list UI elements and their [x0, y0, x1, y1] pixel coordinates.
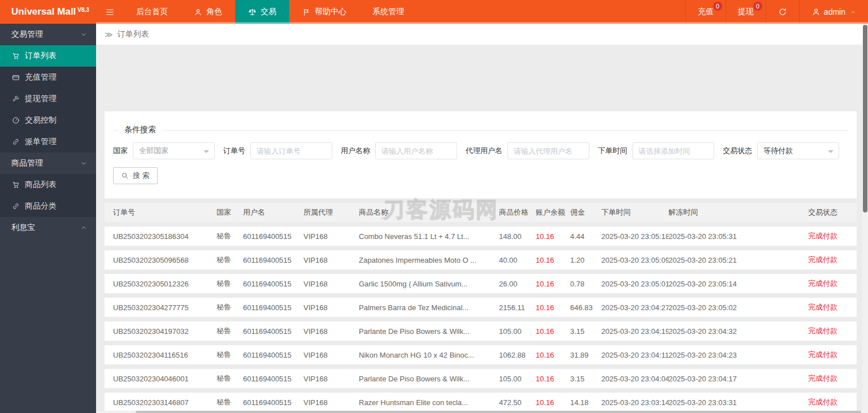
nav-item-home[interactable]: 后台首页	[123, 0, 181, 24]
table-cell: 2025-03-20 23:05:31	[669, 227, 808, 246]
table-cell: 2025-03-20 23:04:32	[669, 321, 808, 341]
nav-item-label: 角色	[206, 7, 222, 17]
filter-input-order-no[interactable]	[250, 142, 332, 159]
table-row: UB2503202305096568秘鲁601169400515VIP168Za…	[105, 250, 857, 269]
table-cell: 完成付款	[808, 345, 857, 364]
table-cell: 3.15	[570, 369, 601, 388]
column-header: 国家	[216, 203, 243, 222]
trade-icon	[248, 8, 257, 16]
link-icon	[12, 138, 20, 146]
filter-input-username[interactable]	[375, 142, 457, 159]
table-cell: 秘鲁	[216, 345, 243, 364]
table-cell: 1062.88	[499, 345, 536, 364]
table-cell: Zapatones Impermeables Moto O ...	[359, 250, 499, 269]
table-cell: 10.16	[536, 345, 570, 364]
sidebar-item-recharge-management[interactable]: 充值管理	[0, 67, 96, 88]
table-header-row: 订单号国家用户名所属代理商品名称商品价格账户余额佣金下单时间解冻时间交易状态	[105, 203, 857, 222]
table-cell: UB2503202304277775	[105, 298, 216, 317]
vertical-scrollbar-thumb[interactable]	[863, 25, 867, 212]
order-table: 订单号国家用户名所属代理商品名称商品价格账户余额佣金下单时间解冻时间交易状态 U…	[105, 198, 857, 413]
horizontal-scrollbar[interactable]	[96, 411, 862, 413]
table-cell: UB2503202304197032	[105, 321, 216, 341]
sidebar-item-withdraw-management[interactable]: 提现管理	[0, 88, 96, 110]
table-cell: 26.00	[499, 274, 536, 293]
app-logo[interactable]: Universal Mall V8.3	[0, 0, 96, 24]
table-cell: 2025-03-20 23:03:14	[601, 393, 669, 412]
filter-label-country: 国家	[113, 146, 128, 156]
column-header: 解冻时间	[669, 203, 808, 222]
table-cell: 2025-03-20 23:05:01	[601, 274, 669, 293]
filter-input-order-time[interactable]	[632, 142, 714, 159]
withdraw-label: 提现	[738, 7, 754, 17]
sidebar-toggle[interactable]	[96, 0, 123, 24]
nav-item-help[interactable]: 帮助中心	[289, 0, 359, 24]
filter-select-country[interactable]: 全部国家	[133, 142, 215, 159]
top-header: Universal Mall V8.3 后台首页角色交易帮助中心系统管理 充值 …	[0, 0, 868, 24]
column-header: 商品名称	[359, 203, 499, 222]
table-row: UB2503202305186304秘鲁601169400515VIP168Co…	[105, 227, 857, 246]
filter-group-username: 用户名称	[341, 142, 457, 159]
table-cell: 10.16	[536, 393, 570, 412]
table-cell: 601169400515	[243, 321, 303, 341]
table-cell: UB2503202303146807	[105, 393, 216, 412]
withdraw-button[interactable]: 提现 0	[726, 0, 766, 24]
chevron-up-icon	[80, 224, 87, 231]
table-cell: 105.00	[499, 321, 536, 341]
sidebar-item-product-list[interactable]: 商品列表	[0, 174, 96, 195]
table-cell: 601169400515	[243, 345, 303, 364]
nav-item-roles[interactable]: 角色	[181, 0, 235, 24]
sidebar-group-interest-treasure[interactable]: 利息宝	[0, 217, 96, 238]
dropdown-arrow-icon	[203, 150, 209, 153]
table-cell: 1.20	[570, 250, 601, 269]
nav-item-trade[interactable]: 交易	[235, 0, 289, 24]
table-cell: 601169400515	[243, 393, 303, 412]
table-cell: Garlic 1500mg ( Allium Sativum...	[359, 274, 499, 293]
sidebar-group-trade-management[interactable]: 交易管理	[0, 24, 96, 45]
table-cell: 秘鲁	[216, 274, 243, 293]
recharge-button[interactable]: 充值 0	[685, 0, 726, 24]
table-cell: 秘鲁	[216, 369, 243, 388]
table-cell: 0.78	[570, 274, 601, 293]
filter-select-trade-state[interactable]: 等待付款	[757, 142, 839, 159]
vertical-scrollbar[interactable]	[862, 24, 868, 413]
sidebar-item-order-list[interactable]: 订单列表	[0, 45, 96, 67]
sidebar-item-trade-control[interactable]: 交易控制	[0, 110, 96, 131]
table-cell: Combo Neveras 51.1 Lt + 4.7 Lt...	[359, 227, 499, 246]
table-cell: 646.83	[570, 298, 601, 317]
filter-label-order-no: 订单号	[223, 146, 245, 156]
app-title: Universal Mall	[11, 6, 76, 18]
user-menu[interactable]: admin	[799, 0, 868, 24]
table-row: UB2503202305012326秘鲁601169400515VIP168Ga…	[105, 274, 857, 293]
sidebar-item-product-category[interactable]: 商品分类	[0, 195, 96, 217]
table-cell: UB2503202304046001	[105, 369, 216, 388]
user-avatar-icon	[811, 7, 821, 16]
refresh-button[interactable]	[766, 0, 799, 24]
column-header: 交易状态	[808, 203, 857, 222]
breadcrumb: ≫ 订单列表	[96, 24, 868, 45]
table-cell: 2025-03-20 23:04:23	[669, 345, 808, 364]
table-cell: 10.16	[536, 250, 570, 269]
table-cell: 601169400515	[243, 298, 303, 317]
refresh-icon	[778, 7, 787, 16]
table-row: UB2503202304046001秘鲁601169400515VIP168Pa…	[105, 369, 857, 388]
roles-icon	[194, 8, 202, 16]
table-cell: 10.16	[536, 321, 570, 341]
sidebar-item-dispatch-management[interactable]: 派单管理	[0, 131, 96, 153]
table-cell: 105.00	[499, 369, 536, 388]
table-cell: Palmers Barra de Tez Medicinal...	[359, 298, 499, 317]
search-button[interactable]: 搜 索	[113, 167, 158, 184]
content: 条件搜索 国家全部国家订单号用户名称代理用户名下单时间交易状态等待付款 搜 索 …	[96, 45, 868, 413]
table-cell: 2025-03-20 23:04:04	[601, 369, 669, 388]
table-cell: 2025-03-20 23:05:14	[669, 274, 808, 293]
horizontal-scrollbar-thumb[interactable]	[136, 411, 861, 413]
search-fieldset: 条件搜索	[113, 125, 848, 135]
table-row: UB2503202303146807秘鲁601169400515VIP168Ra…	[105, 393, 857, 412]
filter-label-agent-name: 代理用户名	[466, 146, 502, 156]
search-icon	[121, 172, 129, 180]
table-cell: 4.44	[570, 227, 601, 246]
nav-item-system[interactable]: 系统管理	[359, 0, 417, 24]
sidebar-group-product-management[interactable]: 商品管理	[0, 153, 96, 174]
filter-input-agent-name[interactable]	[507, 142, 589, 159]
sidebar-item-label: 充值管理	[25, 72, 57, 82]
card-icon	[12, 73, 20, 81]
